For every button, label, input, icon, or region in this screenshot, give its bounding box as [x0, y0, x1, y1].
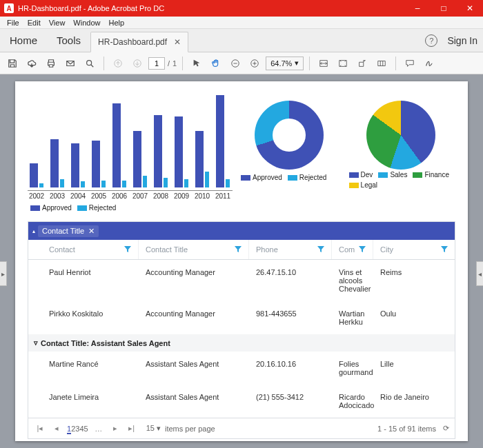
right-panel-grip[interactable]: ◂: [476, 261, 483, 286]
title-bar: A HR-Dashboard.pdf - Adobe Acrobat Pro D…: [0, 0, 483, 17]
save-icon[interactable]: [4, 55, 21, 72]
pager-more[interactable]: …: [92, 425, 105, 433]
app-icon: A: [4, 3, 14, 13]
collapse-icon[interactable]: ▴: [32, 228, 35, 234]
comment-icon[interactable]: [402, 55, 418, 72]
help-icon[interactable]: ?: [425, 34, 437, 47]
pdf-page: 2002200320042005200620072008200920102011…: [15, 81, 468, 441]
refresh-icon[interactable]: ⟳: [443, 424, 449, 433]
tab-row: Home Tools HR-Dashboard.pdf ✕ ? Sign In: [0, 29, 483, 52]
cloud-icon[interactable]: [23, 55, 40, 72]
table-row[interactable]: Pirkko KoskitaloAccounting Manager981-44…: [28, 301, 455, 334]
hand-tool-icon[interactable]: [208, 55, 224, 72]
page-size[interactable]: 15 ▾: [146, 424, 161, 433]
maximize-button[interactable]: □: [431, 0, 457, 17]
page-number-input[interactable]: [148, 57, 165, 70]
zoom-in-icon[interactable]: [246, 55, 263, 72]
bar-chart: 2002200320042005200620072008200920102011…: [28, 91, 233, 212]
menu-view[interactable]: View: [45, 19, 70, 27]
pager-page[interactable]: 5: [84, 425, 88, 433]
pager-prev-icon[interactable]: ◂: [50, 424, 63, 433]
data-grid: ▴ Contact Title ✕ Contact Contact Title …: [28, 221, 455, 439]
pager-last-icon[interactable]: ▸|: [126, 424, 138, 433]
svg-point-0: [87, 60, 92, 65]
grid-group-bar: ▴ Contact Title ✕: [28, 222, 455, 240]
table-row[interactable]: Martine RancéAssistant Sales Agent20.16.…: [28, 352, 455, 385]
toolbar: / 1 64.7%▾: [0, 52, 483, 74]
col-com[interactable]: Com: [332, 240, 373, 259]
rotate-icon[interactable]: [354, 55, 371, 72]
chevron-down-icon: ▾: [295, 59, 299, 68]
grid-header: Contact Contact Title Phone Com City: [28, 240, 455, 260]
group-chip-remove-icon[interactable]: ✕: [88, 227, 95, 236]
grid-body: Paul HenriotAccounting Manager26.47.15.1…: [28, 260, 455, 418]
fit-page-icon[interactable]: [335, 55, 351, 72]
pager-first-icon[interactable]: |◂: [34, 424, 46, 433]
page-size-label: items per page: [165, 425, 215, 433]
pager-summary: 1 - 15 of 91 items: [377, 425, 436, 433]
group-chip-label: Contact Title: [42, 227, 84, 235]
document-tab[interactable]: HR-Dashboard.pdf ✕: [90, 32, 188, 52]
document-area: ▸ ◂ 200220032004200520062007200820092010…: [0, 74, 483, 448]
print-icon[interactable]: [43, 55, 59, 72]
page-total: 1: [172, 59, 177, 68]
menu-window[interactable]: Window: [69, 19, 104, 27]
col-contact[interactable]: Contact: [42, 240, 139, 259]
filter-icon[interactable]: [235, 246, 241, 253]
filter-icon[interactable]: [124, 246, 131, 253]
table-row[interactable]: Janete LimeiraAssistant Sales Agent(21) …: [28, 385, 455, 418]
separator: [309, 57, 310, 70]
menu-edit[interactable]: Edit: [23, 19, 45, 27]
tools-tab[interactable]: Tools: [47, 29, 90, 52]
group-header[interactable]: ▿ Contact Title: Assistant Sales Agent: [28, 334, 455, 352]
pager-next-icon[interactable]: ▸: [109, 424, 121, 433]
next-page-icon[interactable]: [129, 55, 146, 72]
filter-icon[interactable]: [359, 246, 366, 253]
minimize-button[interactable]: –: [404, 0, 431, 17]
page-separator: /: [168, 59, 170, 68]
close-button[interactable]: ✕: [457, 0, 483, 17]
sign-in-link[interactable]: Sign In: [447, 35, 477, 46]
expand-column: [28, 240, 42, 259]
filter-icon[interactable]: [317, 246, 324, 253]
document-tab-close-icon[interactable]: ✕: [174, 37, 181, 47]
grid-pager: |◂ ◂ 12345 … ▸ ▸| 15 ▾ items per page 1 …: [28, 418, 455, 438]
pie-chart: DevSalesFinanceLegal: [346, 91, 455, 212]
table-row[interactable]: Paul HenriotAccounting Manager26.47.15.1…: [28, 260, 455, 301]
col-city[interactable]: City: [373, 240, 455, 259]
separator: [182, 57, 183, 70]
search-icon[interactable]: [81, 55, 98, 72]
zoom-out-icon[interactable]: [227, 55, 244, 72]
read-mode-icon[interactable]: [373, 55, 390, 72]
col-phone[interactable]: Phone: [249, 240, 332, 259]
home-tab[interactable]: Home: [0, 29, 47, 52]
menu-bar: File Edit View Window Help: [0, 17, 483, 29]
fit-width-icon[interactable]: [315, 55, 332, 72]
select-tool-icon[interactable]: [188, 55, 205, 72]
col-title[interactable]: Contact Title: [139, 240, 249, 259]
window-title: HR-Dashboard.pdf - Adobe Acrobat Pro DC: [18, 4, 404, 12]
menu-help[interactable]: Help: [104, 19, 128, 27]
left-panel-grip[interactable]: ▸: [0, 261, 7, 286]
mail-icon[interactable]: [62, 55, 79, 72]
sign-icon[interactable]: [421, 55, 437, 72]
group-chip[interactable]: Contact Title ✕: [38, 225, 99, 237]
zoom-select[interactable]: 64.7%▾: [266, 57, 304, 70]
document-tab-label: HR-Dashboard.pdf: [98, 37, 167, 47]
prev-page-icon[interactable]: [110, 55, 126, 72]
filter-icon[interactable]: [441, 246, 448, 253]
charts-row: 2002200320042005200620072008200920102011…: [28, 91, 455, 212]
menu-file[interactable]: File: [3, 19, 23, 27]
separator: [103, 57, 104, 70]
separator: [395, 57, 396, 70]
donut-chart: ApprovedRejected: [238, 91, 341, 212]
zoom-value: 64.7%: [270, 59, 292, 68]
